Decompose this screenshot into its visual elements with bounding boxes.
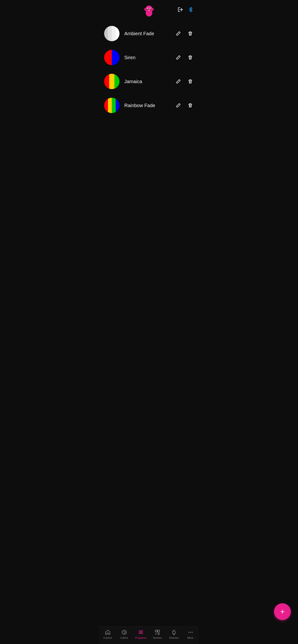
delete-icon (188, 79, 193, 84)
app-header (99, 0, 199, 19)
delete-program-button[interactable] (187, 102, 194, 109)
edit-program-button[interactable] (175, 102, 182, 109)
edit-program-button[interactable] (175, 78, 182, 85)
svg-point-14 (122, 630, 126, 634)
svg-point-9 (147, 8, 148, 9)
edit-icon (176, 31, 181, 36)
tab-devices[interactable]: Devices (166, 629, 182, 639)
tab-scenes-label: Scenes (153, 636, 162, 639)
svg-point-29 (188, 632, 189, 633)
program-name: Jamaica (124, 79, 175, 84)
program-actions (175, 78, 194, 85)
main-content: Ambient Fade Siren Jamaica Rainbow Fade (99, 19, 199, 144)
bottom-nav: Control Colors Programs (99, 626, 199, 644)
tab-programs[interactable]: Programs (132, 629, 149, 639)
svg-rect-20 (139, 630, 143, 631)
bluetooth-button[interactable] (188, 6, 194, 13)
program-thumbnail (104, 98, 119, 113)
delete-program-button[interactable] (187, 30, 194, 37)
more-icon (187, 629, 194, 636)
svg-rect-13 (149, 10, 150, 10)
program-name: Siren (124, 55, 175, 60)
login-button[interactable] (177, 6, 184, 13)
svg-point-19 (124, 633, 125, 634)
svg-rect-12 (148, 10, 149, 10)
tab-control[interactable]: Control (99, 629, 116, 639)
tab-programs-label: Programs (135, 636, 146, 639)
tab-devices-label: Devices (169, 636, 179, 639)
edit-icon (176, 103, 181, 108)
program-actions (175, 102, 194, 109)
svg-point-17 (125, 632, 125, 632)
tab-more-label: More (187, 636, 193, 639)
svg-point-26 (158, 633, 159, 635)
svg-rect-24 (158, 630, 160, 632)
program-actions (175, 30, 194, 37)
devices-icon (171, 629, 177, 636)
program-thumbnail (104, 26, 119, 41)
list-item[interactable]: Jamaica (99, 70, 199, 94)
svg-point-10 (150, 8, 151, 9)
program-name: Ambient Fade (124, 31, 175, 36)
programs-icon (138, 629, 144, 636)
svg-point-18 (125, 632, 125, 633)
svg-point-16 (124, 631, 124, 632)
list-item[interactable]: Ambient Fade (99, 22, 199, 46)
svg-point-31 (192, 632, 193, 633)
home-icon (105, 629, 111, 636)
login-icon (177, 6, 184, 13)
edit-program-button[interactable] (175, 30, 182, 37)
tab-colors[interactable]: Colors (116, 629, 132, 639)
list-item[interactable]: Rainbow Fade (99, 94, 199, 118)
tab-colors-label: Colors (120, 636, 128, 639)
tab-scenes[interactable]: Scenes (149, 629, 166, 639)
tab-control-label: Control (103, 636, 112, 639)
scenes-icon (154, 629, 161, 636)
svg-rect-21 (139, 632, 143, 633)
edit-icon (176, 79, 181, 84)
delete-icon (188, 103, 193, 108)
delete-icon (188, 31, 193, 36)
delete-program-button[interactable] (187, 54, 194, 61)
edit-icon (176, 55, 181, 60)
program-actions (175, 54, 194, 61)
list-item[interactable]: Siren (99, 46, 199, 70)
svg-rect-23 (155, 630, 157, 632)
svg-marker-25 (155, 633, 157, 634)
program-list: Ambient Fade Siren Jamaica Rainbow Fade (99, 19, 199, 120)
program-thumbnail (104, 74, 119, 89)
svg-point-15 (123, 632, 123, 632)
tab-more[interactable]: More (182, 629, 199, 639)
svg-point-3 (145, 8, 146, 10)
monkey-logo (142, 4, 156, 18)
svg-rect-22 (139, 633, 143, 634)
edit-program-button[interactable] (175, 54, 182, 61)
header-actions (177, 6, 194, 13)
delete-icon (188, 55, 193, 60)
program-thumbnail (104, 50, 119, 65)
svg-point-30 (190, 632, 191, 633)
bluetooth-icon (188, 6, 194, 13)
palette-icon (121, 629, 127, 636)
svg-point-5 (152, 8, 153, 10)
program-name: Rainbow Fade (124, 103, 175, 108)
delete-program-button[interactable] (187, 78, 194, 85)
